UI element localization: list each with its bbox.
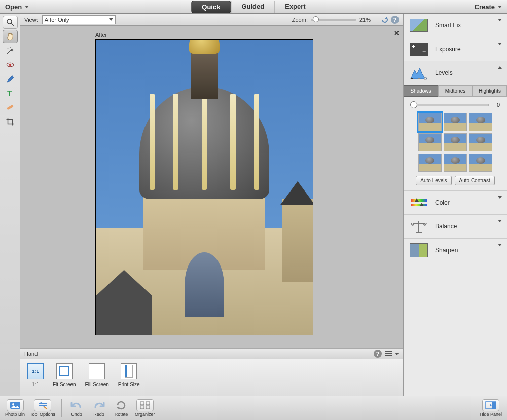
whiten-tool[interactable] <box>3 72 18 86</box>
svg-rect-17 <box>416 232 422 233</box>
zoom-slider[interactable] <box>311 19 356 21</box>
panel-balance[interactable]: Balance <box>404 215 507 239</box>
chevron-down-icon <box>109 18 113 21</box>
hand-tool[interactable] <box>3 30 18 43</box>
chevron-down-icon <box>498 220 502 222</box>
slider-knob[interactable] <box>313 16 319 22</box>
document-image[interactable] <box>95 39 313 335</box>
hide-panel-button[interactable]: Hide Panel <box>478 398 504 418</box>
option-1to1[interactable]: 1:1 1:1 <box>27 363 44 387</box>
panel-label: Levels <box>435 69 453 77</box>
mode-tabs: Quick Guided Expert <box>191 1 315 13</box>
subtab-shadows[interactable]: Shadows <box>404 85 438 97</box>
levels-preset-1[interactable] <box>418 113 442 131</box>
levels-preset-5[interactable] <box>444 133 467 151</box>
create-menu[interactable]: Create <box>475 3 502 11</box>
svg-point-0 <box>7 19 12 24</box>
svg-rect-9 <box>418 78 420 79</box>
separator <box>61 399 62 417</box>
svg-rect-30 <box>492 402 496 409</box>
panel-exposure[interactable]: Exposure <box>404 37 507 61</box>
help-icon[interactable]: ? <box>374 350 382 358</box>
option-fit-screen[interactable]: Fit Screen <box>53 363 76 387</box>
tool-options-panel: 1:1 1:1 Fit Screen Fill Screen Print Siz… <box>20 359 403 396</box>
photo-bin-icon <box>7 399 24 411</box>
mode-tab-quick[interactable]: Quick <box>191 1 231 13</box>
organizer-button[interactable]: Organizer <box>133 398 157 418</box>
levels-preset-4[interactable] <box>418 133 442 151</box>
svg-rect-11 <box>411 199 427 202</box>
crop-tool[interactable] <box>3 115 18 128</box>
text-tool[interactable]: T <box>3 87 18 100</box>
chevron-down-icon[interactable] <box>395 353 399 355</box>
panel-smart-fix[interactable]: Smart Fix <box>404 14 507 37</box>
panel-label: Smart Fix <box>435 22 461 29</box>
opt-label: Fill Screen <box>85 381 109 387</box>
fit-screen-icon <box>59 366 69 376</box>
svg-point-23 <box>43 405 45 407</box>
chevron-up-icon <box>498 66 502 69</box>
option-fill-screen[interactable]: Fill Screen <box>85 363 109 387</box>
panel-menu-icon[interactable] <box>385 351 392 356</box>
levels-preset-grid <box>404 113 507 176</box>
panel-color[interactable]: Color <box>404 191 507 215</box>
tb-label: Undo <box>71 412 82 417</box>
quick-select-tool[interactable] <box>3 44 18 57</box>
redeye-tool[interactable] <box>3 58 18 71</box>
levels-preset-8[interactable] <box>444 154 467 172</box>
svg-point-5 <box>9 64 11 66</box>
chevron-down-icon <box>498 244 502 246</box>
spot-heal-tool[interactable] <box>3 101 18 114</box>
panel-label: Exposure <box>435 46 461 53</box>
mode-tab-expert[interactable]: Expert <box>274 1 315 13</box>
svg-rect-25 <box>140 402 144 405</box>
redo-button[interactable]: Redo <box>88 398 110 418</box>
view-dropdown[interactable]: After Only <box>42 15 116 24</box>
levels-preset-2[interactable] <box>444 113 467 131</box>
subtab-midtones[interactable]: Midtones <box>438 85 473 97</box>
color-icon <box>409 195 429 210</box>
bandaid-icon <box>6 103 15 112</box>
chevron-down-icon <box>498 196 502 199</box>
levels-preset-6[interactable] <box>469 133 492 151</box>
zoom-tool[interactable] <box>3 16 18 29</box>
open-menu[interactable]: Open <box>5 3 29 11</box>
center-column: View: After Only Zoom: 21% ? × <box>20 14 403 396</box>
print-size-icon <box>125 365 132 377</box>
tool-options-button[interactable]: Tool Options <box>28 398 57 418</box>
create-label: Create <box>475 3 495 11</box>
option-print-size[interactable]: Print Size <box>118 363 140 387</box>
reset-icon[interactable] <box>381 16 389 24</box>
close-document-button[interactable]: × <box>394 29 399 38</box>
slider-knob[interactable] <box>410 101 417 108</box>
photo-bin-button[interactable]: Photo Bin <box>3 398 27 418</box>
chevron-down-icon <box>498 6 502 8</box>
auto-contrast-button[interactable]: Auto Contrast <box>455 176 495 185</box>
tool-options-icon <box>34 399 51 411</box>
levels-preset-3[interactable] <box>469 113 492 131</box>
undo-button[interactable]: Undo <box>66 398 87 418</box>
svg-point-2 <box>7 48 8 49</box>
levels-slider[interactable]: 0 <box>404 97 507 113</box>
rotate-icon <box>113 399 130 411</box>
levels-body: Shadows Midtones Highlights 0 Auto L <box>404 85 507 191</box>
panel-label: Color <box>435 199 450 206</box>
eye-icon <box>6 60 15 69</box>
rotate-button[interactable]: Rotate <box>111 398 132 418</box>
exposure-icon <box>409 42 429 57</box>
svg-rect-28 <box>146 406 150 409</box>
chevron-down-icon <box>498 19 502 21</box>
subtab-highlights[interactable]: Highlights <box>473 85 507 97</box>
hand-icon <box>6 32 15 41</box>
auto-levels-button[interactable]: Auto Levels <box>416 176 451 185</box>
panel-sharpen[interactable]: Sharpen <box>404 239 507 262</box>
help-icon[interactable]: ? <box>391 16 399 24</box>
view-bar: View: After Only Zoom: 21% ? <box>20 14 403 26</box>
adjustments-panel: Smart Fix Exposure Levels Shadows Midton… <box>403 14 507 396</box>
mode-tab-guided[interactable]: Guided <box>231 1 274 13</box>
sharpen-icon <box>409 243 429 258</box>
levels-preset-9[interactable] <box>469 154 492 172</box>
panel-levels[interactable]: Levels <box>404 61 507 85</box>
levels-preset-7[interactable] <box>418 154 442 172</box>
undo-icon <box>68 399 85 411</box>
